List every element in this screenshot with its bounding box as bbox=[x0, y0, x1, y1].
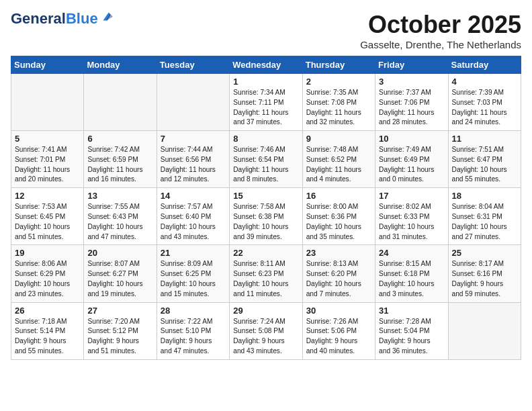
calendar-cell: 6Sunrise: 7:42 AM Sunset: 6:59 PM Daylig… bbox=[84, 131, 157, 188]
day-info: Sunrise: 8:13 AM Sunset: 6:20 PM Dayligh… bbox=[306, 259, 371, 299]
calendar-cell: 12Sunrise: 7:53 AM Sunset: 6:45 PM Dayli… bbox=[11, 188, 84, 245]
day-number: 10 bbox=[379, 134, 444, 144]
calendar-cell: 27Sunrise: 7:20 AM Sunset: 5:12 PM Dayli… bbox=[84, 302, 157, 359]
calendar-cell bbox=[11, 74, 84, 131]
day-number: 2 bbox=[306, 77, 371, 87]
day-info: Sunrise: 8:04 AM Sunset: 6:31 PM Dayligh… bbox=[452, 202, 517, 242]
logo-text: GeneralBlue bbox=[11, 11, 98, 27]
day-number: 4 bbox=[452, 77, 517, 87]
calendar-week-row: 19Sunrise: 8:06 AM Sunset: 6:29 PM Dayli… bbox=[11, 245, 521, 302]
day-number: 6 bbox=[87, 134, 152, 144]
day-number: 15 bbox=[233, 191, 298, 201]
day-info: Sunrise: 8:00 AM Sunset: 6:36 PM Dayligh… bbox=[306, 202, 371, 242]
day-number: 22 bbox=[233, 248, 298, 258]
day-number: 1 bbox=[233, 77, 298, 87]
day-info: Sunrise: 7:53 AM Sunset: 6:45 PM Dayligh… bbox=[15, 202, 80, 242]
calendar-cell: 17Sunrise: 8:02 AM Sunset: 6:33 PM Dayli… bbox=[375, 188, 448, 245]
location: Gasselte, Drenthe, The Netherlands bbox=[360, 39, 521, 50]
calendar-cell: 26Sunrise: 7:18 AM Sunset: 5:14 PM Dayli… bbox=[11, 302, 84, 359]
day-info: Sunrise: 8:15 AM Sunset: 6:18 PM Dayligh… bbox=[379, 259, 444, 299]
calendar-cell: 28Sunrise: 7:22 AM Sunset: 5:10 PM Dayli… bbox=[157, 302, 229, 359]
day-number: 28 bbox=[161, 306, 226, 316]
calendar-cell: 14Sunrise: 7:57 AM Sunset: 6:40 PM Dayli… bbox=[157, 188, 229, 245]
day-info: Sunrise: 7:46 AM Sunset: 6:54 PM Dayligh… bbox=[233, 145, 298, 185]
day-info: Sunrise: 7:18 AM Sunset: 5:14 PM Dayligh… bbox=[15, 317, 80, 357]
calendar-week-row: 5Sunrise: 7:41 AM Sunset: 7:01 PM Daylig… bbox=[11, 131, 521, 188]
calendar-cell: 19Sunrise: 8:06 AM Sunset: 6:29 PM Dayli… bbox=[11, 245, 84, 302]
day-number: 27 bbox=[87, 306, 152, 316]
calendar-cell: 3Sunrise: 7:37 AM Sunset: 7:06 PM Daylig… bbox=[375, 74, 448, 131]
day-info: Sunrise: 7:35 AM Sunset: 7:08 PM Dayligh… bbox=[306, 88, 371, 128]
day-number: 23 bbox=[306, 248, 371, 258]
day-info: Sunrise: 8:09 AM Sunset: 6:25 PM Dayligh… bbox=[161, 259, 226, 299]
calendar-cell: 13Sunrise: 7:55 AM Sunset: 6:43 PM Dayli… bbox=[84, 188, 157, 245]
day-number: 31 bbox=[379, 306, 444, 316]
day-info: Sunrise: 7:24 AM Sunset: 5:08 PM Dayligh… bbox=[233, 317, 298, 357]
day-number: 8 bbox=[233, 134, 298, 144]
weekday-header: Tuesday bbox=[157, 56, 229, 74]
calendar-cell: 29Sunrise: 7:24 AM Sunset: 5:08 PM Dayli… bbox=[230, 302, 302, 359]
calendar-table: SundayMondayTuesdayWednesdayThursdayFrid… bbox=[11, 56, 521, 360]
day-info: Sunrise: 7:57 AM Sunset: 6:40 PM Dayligh… bbox=[161, 202, 226, 242]
day-info: Sunrise: 7:49 AM Sunset: 6:49 PM Dayligh… bbox=[379, 145, 444, 185]
day-info: Sunrise: 7:39 AM Sunset: 7:03 PM Dayligh… bbox=[452, 88, 517, 128]
calendar-cell: 18Sunrise: 8:04 AM Sunset: 6:31 PM Dayli… bbox=[448, 188, 521, 245]
weekday-header: Wednesday bbox=[230, 56, 302, 74]
page-header: GeneralBlue October 2025 Gasselte, Drent… bbox=[11, 11, 521, 50]
calendar-cell: 23Sunrise: 8:13 AM Sunset: 6:20 PM Dayli… bbox=[302, 245, 375, 302]
day-info: Sunrise: 7:48 AM Sunset: 6:52 PM Dayligh… bbox=[306, 145, 371, 185]
weekday-header: Thursday bbox=[302, 56, 375, 74]
calendar-cell: 31Sunrise: 7:28 AM Sunset: 5:04 PM Dayli… bbox=[375, 302, 448, 359]
weekday-header-row: SundayMondayTuesdayWednesdayThursdayFrid… bbox=[11, 56, 521, 74]
logo: GeneralBlue bbox=[11, 11, 114, 27]
day-number: 7 bbox=[161, 134, 226, 144]
calendar-cell: 15Sunrise: 7:58 AM Sunset: 6:38 PM Dayli… bbox=[230, 188, 302, 245]
weekday-header: Monday bbox=[84, 56, 157, 74]
day-number: 17 bbox=[379, 191, 444, 201]
day-info: Sunrise: 7:42 AM Sunset: 6:59 PM Dayligh… bbox=[87, 145, 152, 185]
day-number: 5 bbox=[15, 134, 80, 144]
day-info: Sunrise: 7:41 AM Sunset: 7:01 PM Dayligh… bbox=[15, 145, 80, 185]
day-info: Sunrise: 7:51 AM Sunset: 6:47 PM Dayligh… bbox=[452, 145, 517, 185]
day-number: 26 bbox=[15, 306, 80, 316]
day-number: 20 bbox=[87, 248, 152, 258]
day-number: 9 bbox=[306, 134, 371, 144]
day-number: 13 bbox=[87, 191, 152, 201]
calendar-cell: 25Sunrise: 8:17 AM Sunset: 6:16 PM Dayli… bbox=[448, 245, 521, 302]
calendar-cell: 4Sunrise: 7:39 AM Sunset: 7:03 PM Daylig… bbox=[448, 74, 521, 131]
day-info: Sunrise: 7:44 AM Sunset: 6:56 PM Dayligh… bbox=[161, 145, 226, 185]
day-number: 25 bbox=[452, 248, 517, 258]
calendar-week-row: 1Sunrise: 7:34 AM Sunset: 7:11 PM Daylig… bbox=[11, 74, 521, 131]
calendar-week-row: 26Sunrise: 7:18 AM Sunset: 5:14 PM Dayli… bbox=[11, 302, 521, 359]
day-info: Sunrise: 8:11 AM Sunset: 6:23 PM Dayligh… bbox=[233, 259, 298, 299]
weekday-header: Sunday bbox=[11, 56, 84, 74]
calendar-cell: 16Sunrise: 8:00 AM Sunset: 6:36 PM Dayli… bbox=[302, 188, 375, 245]
day-number: 24 bbox=[379, 248, 444, 258]
calendar-cell bbox=[157, 74, 229, 131]
weekday-header: Saturday bbox=[448, 56, 521, 74]
day-info: Sunrise: 7:28 AM Sunset: 5:04 PM Dayligh… bbox=[379, 317, 444, 357]
calendar-cell: 22Sunrise: 8:11 AM Sunset: 6:23 PM Dayli… bbox=[230, 245, 302, 302]
day-number: 30 bbox=[306, 306, 371, 316]
calendar-cell: 30Sunrise: 7:26 AM Sunset: 5:06 PM Dayli… bbox=[302, 302, 375, 359]
day-info: Sunrise: 7:20 AM Sunset: 5:12 PM Dayligh… bbox=[87, 317, 152, 357]
day-number: 3 bbox=[379, 77, 444, 87]
day-number: 21 bbox=[161, 248, 226, 258]
calendar-cell: 9Sunrise: 7:48 AM Sunset: 6:52 PM Daylig… bbox=[302, 131, 375, 188]
calendar-cell: 10Sunrise: 7:49 AM Sunset: 6:49 PM Dayli… bbox=[375, 131, 448, 188]
weekday-header: Friday bbox=[375, 56, 448, 74]
day-number: 11 bbox=[452, 134, 517, 144]
calendar-cell: 21Sunrise: 8:09 AM Sunset: 6:25 PM Dayli… bbox=[157, 245, 229, 302]
calendar-cell: 11Sunrise: 7:51 AM Sunset: 6:47 PM Dayli… bbox=[448, 131, 521, 188]
day-number: 19 bbox=[15, 248, 80, 258]
month-title: October 2025 bbox=[360, 11, 521, 39]
day-info: Sunrise: 7:22 AM Sunset: 5:10 PM Dayligh… bbox=[161, 317, 226, 357]
day-info: Sunrise: 8:06 AM Sunset: 6:29 PM Dayligh… bbox=[15, 259, 80, 299]
day-info: Sunrise: 7:26 AM Sunset: 5:06 PM Dayligh… bbox=[306, 317, 371, 357]
day-number: 12 bbox=[15, 191, 80, 201]
calendar-cell bbox=[84, 74, 157, 131]
calendar-cell: 8Sunrise: 7:46 AM Sunset: 6:54 PM Daylig… bbox=[230, 131, 302, 188]
logo-icon bbox=[99, 9, 114, 24]
day-info: Sunrise: 8:07 AM Sunset: 6:27 PM Dayligh… bbox=[87, 259, 152, 299]
day-number: 18 bbox=[452, 191, 517, 201]
